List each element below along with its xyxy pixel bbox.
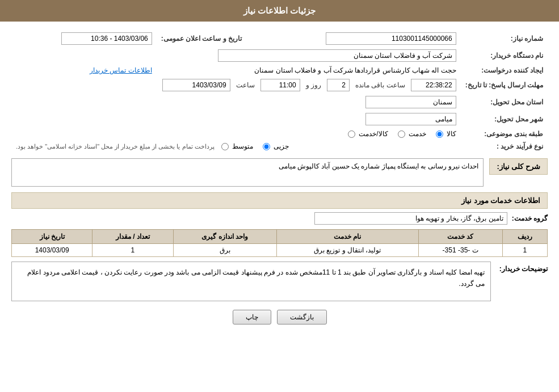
radio-motavaset-item: متوسط xyxy=(220,142,253,150)
radio-kala-khadamat-item: کالا/خدمت xyxy=(347,130,388,138)
saet-input: 11:00 xyxy=(260,79,300,91)
group-khadamat-label: گروه خدمت: xyxy=(512,214,548,222)
rooz-label: روز و xyxy=(306,81,321,89)
shahr-label: شهر محل تحویل: xyxy=(461,111,548,128)
ettelaat-tamas-cell: اطلاعات تماس خریدار xyxy=(11,64,157,77)
shomare-niaz-value: 1103001145000066 xyxy=(258,30,461,47)
shahr-value: میامی xyxy=(11,111,461,128)
radio-khadamat-label: خدمت xyxy=(409,130,426,138)
tarikh-elan-input: 1403/03/06 - 10:36 xyxy=(61,32,152,45)
radio-kala-item: کالا xyxy=(435,130,456,138)
farayand-radio-group: متوسط جزیی xyxy=(220,142,289,150)
mohlet-ersal-label: مهلت ارسال پاسخ: تا تاریخ: xyxy=(461,77,548,94)
rooz-input: 2 xyxy=(327,79,350,91)
radio-khadamat[interactable] xyxy=(398,130,405,138)
group-khadamat-input: تامین برق، گاز، بخار و تهویه هوا xyxy=(314,212,507,225)
ostan-input: سمنان xyxy=(365,96,456,108)
cell-tedad: 1 xyxy=(93,244,173,257)
ettelaat-tamas-link[interactable]: اطلاعات تماس خریدار xyxy=(90,66,152,74)
row-noue-farayand: نوع فرآیند خرید : پرداخت تمام یا بخشی از… xyxy=(11,140,548,153)
process-row: پرداخت تمام یا بخشی از مبلغ خریدار از مح… xyxy=(16,142,456,150)
radio-kala-khadamat-label: کالا/خدمت xyxy=(359,130,388,138)
chap-button[interactable]: چاپ xyxy=(233,310,271,324)
row-ostan: استان محل تحویل: سمنان xyxy=(11,94,548,111)
radio-jozi-label: جزیی xyxy=(274,142,289,150)
col-tedad: تعداد / مقدار xyxy=(93,230,173,244)
radio-jozi[interactable] xyxy=(263,143,270,150)
noue-farayand-label: نوع فرآیند خرید : xyxy=(461,140,548,153)
saet-mande-label: ساعت باقی مانده xyxy=(355,81,405,89)
radio-khadamat-item: خدمت xyxy=(397,130,426,138)
radio-kala-khadamat[interactable] xyxy=(348,130,355,138)
tawsiyat-box: تهیه امضا کلیه اسناد و بارگذاری تصاویر آ… xyxy=(11,262,491,301)
tawsiyat-label: توضیحات خریدار: xyxy=(497,262,548,273)
cell-nam: تولید، انتقال و توزیع برق xyxy=(276,244,418,257)
table-row: 1ت -35- 351-تولید، انتقال و توزیع برقبرق… xyxy=(12,244,548,257)
nam-dastgah-value: شرکت آب و فاضلاب استان سمنان xyxy=(11,47,461,64)
nam-dastgah-label: نام دستگاه خریدار: xyxy=(461,47,548,64)
ejad-konande-label: ایجاد کننده درخواست: xyxy=(461,64,548,77)
noue-farayand-value: پرداخت تمام یا بخشی از مبلغ خریدار از مح… xyxy=(11,140,461,153)
sharh-row: شرح کلی نیاز: احداث نیرو رسانی به ایستگا… xyxy=(11,158,548,187)
row-nam-dastgah: نام دستگاه خریدار: شرکت آب و فاضلاب استا… xyxy=(11,47,548,64)
cell-tarikh: 1403/03/09 xyxy=(12,244,93,257)
saet-label: ساعت xyxy=(236,81,255,89)
sharh-label: شرح کلی نیاز: xyxy=(489,158,548,175)
col-vahed: واحد اندازه گیری xyxy=(173,230,276,244)
ejad-konande-value: حجت اله شهاب کارشناس قراردادها شرکت آب و… xyxy=(157,64,461,77)
table-header-row: ردیف کد خدمت نام خدمت واحد اندازه گیری ت… xyxy=(12,230,548,244)
tabaghebandi-radio-group: کالا/خدمت خدمت کالا xyxy=(16,130,456,138)
group-khadamat-row: گروه خدمت: تامین برق، گاز، بخار و تهویه … xyxy=(11,212,548,225)
page-wrapper: جزئیات اطلاعات نیاز شماره نیاز: 11030011… xyxy=(0,0,559,392)
ostan-label: استان محل تحویل: xyxy=(461,94,548,111)
tawsiyat-row: توضیحات خریدار: تهیه امضا کلیه اسناد و ب… xyxy=(11,262,548,301)
tabaghebandi-label: طبقه بندی موضوعی: xyxy=(461,128,548,140)
tarikh-elan-label: تاریخ و ساعت اعلان عمومی: xyxy=(157,30,246,47)
cell-vahed: برق xyxy=(173,244,276,257)
services-table: ردیف کد خدمت نام خدمت واحد اندازه گیری ت… xyxy=(11,229,548,257)
shomare-niaz-label: شماره نیاز: xyxy=(461,30,548,47)
khadamat-section-header: اطلاعات خدمات مورد نیاز xyxy=(11,192,548,209)
tabaghebandi-value: کالا/خدمت خدمت کالا xyxy=(11,128,461,140)
row-shomare: شماره نیاز: 1103001145000066 تاریخ و ساع… xyxy=(11,30,548,47)
cell-radif: 1 xyxy=(502,244,547,257)
row-ejad-konande: ایجاد کننده درخواست: حجت اله شهاب کارشنا… xyxy=(11,64,548,77)
content-area: شماره نیاز: 1103001145000066 تاریخ و ساع… xyxy=(0,22,559,339)
radio-motavaset[interactable] xyxy=(221,143,229,150)
col-radif: ردیف xyxy=(502,230,547,244)
radio-kala[interactable] xyxy=(436,130,443,138)
radio-motavaset-label: متوسط xyxy=(232,142,253,150)
col-tarikh: تاریخ نیاز xyxy=(12,230,93,244)
col-nam: نام خدمت xyxy=(276,230,418,244)
radio-jozi-item: جزیی xyxy=(262,142,289,150)
main-info-table: شماره نیاز: 1103001145000066 تاریخ و ساع… xyxy=(11,30,548,153)
col-kod: کد خدمت xyxy=(418,230,502,244)
date-row: 1403/03/09 ساعت 11:00 روز و 2 ساعت باقی … xyxy=(16,79,456,91)
ejad-konande-text: حجت اله شهاب کارشناس قراردادها شرکت آب و… xyxy=(254,66,456,74)
sharh-value: احداث نیرو رسانی به ایستگاه پمپاژ شماره … xyxy=(11,158,484,187)
radio-kala-label: کالا xyxy=(447,130,456,138)
row-mohlet-ersal: مهلت ارسال پاسخ: تا تاریخ: 1403/03/09 سا… xyxy=(11,77,548,94)
tarikh-input: 1403/03/09 xyxy=(162,79,230,91)
row-shahr: شهر محل تحویل: میامی xyxy=(11,111,548,128)
shomare-niaz-input: 1103001145000066 xyxy=(326,32,456,45)
bazgasht-button[interactable]: بازگشت xyxy=(277,310,327,324)
page-title: جزئیات اطلاعات نیاز xyxy=(0,0,559,22)
row-tabaghebandi: طبقه بندی موضوعی: کالا/خدمت خدمت کالا xyxy=(11,128,548,140)
saet-mande-input: 22:38:22 xyxy=(411,79,456,91)
process-text: پرداخت تمام یا بخشی از مبلغ خریدار از مح… xyxy=(16,143,215,150)
tarikh-elan-value: 1403/03/06 - 10:36 xyxy=(11,30,157,47)
ostan-value: سمنان xyxy=(11,94,461,111)
buttons-row: بازگشت چاپ xyxy=(11,310,548,324)
shahr-input: میامی xyxy=(365,113,456,125)
mohlet-ersal-value: 1403/03/09 ساعت 11:00 روز و 2 ساعت باقی … xyxy=(11,77,461,94)
cell-kod: ت -35- 351- xyxy=(418,244,502,257)
nam-dastgah-input: شرکت آب و فاضلاب استان سمنان xyxy=(218,49,456,62)
